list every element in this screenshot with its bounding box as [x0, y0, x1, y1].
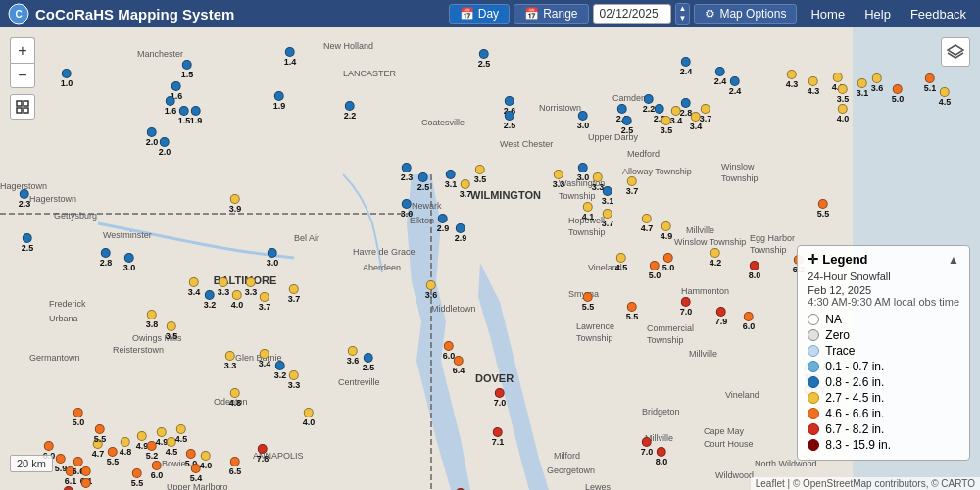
svg-text:Bridgeton: Bridgeton	[642, 407, 680, 416]
day-button[interactable]: 📅 Day	[449, 4, 510, 24]
zoom-out-button[interactable]: −	[10, 63, 35, 88]
help-link[interactable]: Help	[855, 5, 901, 24]
home-link[interactable]: Home	[801, 5, 855, 24]
svg-text:Upper Darby: Upper Darby	[588, 132, 639, 142]
svg-text:C: C	[15, 9, 22, 20]
svg-text:Bowie: Bowie	[162, 459, 186, 468]
svg-text:Frederick: Frederick	[49, 299, 86, 309]
svg-text:Millville: Millville	[686, 225, 714, 235]
svg-text:Lewes: Lewes	[585, 482, 612, 490]
legend-header: ✛ Legend ▲	[808, 252, 959, 267]
svg-text:Havre de Grace: Havre de Grace	[353, 247, 416, 257]
svg-text:Alloway Township: Alloway Township	[622, 167, 692, 176]
app-header: C CoCoRaHS Mapping System 📅 Day 📅 Range …	[0, 0, 980, 27]
svg-text:Hopewell: Hopewell	[568, 216, 605, 225]
svg-text:Coatesville: Coatesville	[421, 118, 465, 127]
svg-text:Township: Township	[568, 227, 606, 237]
svg-text:Centreville: Centreville	[338, 377, 380, 387]
svg-rect-74	[17, 108, 22, 113]
svg-text:Hagerstown: Hagerstown	[29, 194, 76, 204]
svg-text:Commercial: Commercial	[647, 323, 694, 333]
svg-rect-73	[24, 101, 28, 106]
range-button[interactable]: 📅 Range	[514, 4, 588, 24]
legend-item: 8.3 - 15.9 in.	[808, 438, 959, 452]
legend-item: 0.1 - 0.7 in.	[808, 360, 959, 373]
layers-button[interactable]	[941, 37, 970, 67]
zoom-to-extent-button[interactable]	[10, 94, 35, 120]
svg-text:Owings Mills: Owings Mills	[132, 333, 182, 343]
svg-text:Egg Harbor: Egg Harbor	[750, 233, 795, 243]
svg-text:Elkton: Elkton	[410, 216, 434, 225]
svg-text:DOVER: DOVER	[475, 372, 514, 384]
map-container[interactable]: BALTIMORE WILMINGTON ATLAN- TIC CITY DOV…	[0, 27, 980, 490]
svg-text:Township: Township	[559, 191, 596, 201]
spinner-down-icon[interactable]: ▼	[676, 14, 690, 24]
zoom-controls: + −	[10, 37, 35, 88]
svg-text:LANCASTER: LANCASTER	[343, 69, 397, 78]
svg-text:Township: Township	[750, 245, 787, 255]
legend-item: Trace	[808, 344, 959, 358]
legend-item: NA	[808, 313, 959, 326]
svg-text:Hagerstown: Hagerstown	[0, 181, 47, 191]
legend-item: 2.7 - 4.5 in.	[808, 391, 959, 405]
legend-item: 6.7 - 8.2 in.	[808, 422, 959, 436]
svg-text:Urbana: Urbana	[49, 314, 78, 323]
svg-rect-75	[24, 108, 28, 113]
svg-text:Smyrna: Smyrna	[568, 289, 599, 299]
feedback-link[interactable]: Feedback	[901, 5, 976, 24]
svg-rect-72	[17, 101, 22, 106]
app-title: CoCoRaHS Mapping System	[35, 6, 234, 23]
svg-text:Lawrence: Lawrence	[576, 321, 614, 331]
svg-text:Odenton: Odenton	[214, 397, 248, 407]
legend-item: Zero	[808, 328, 959, 342]
svg-text:Bel Air: Bel Air	[294, 233, 319, 243]
svg-text:West Chester: West Chester	[500, 139, 553, 149]
svg-text:Manchester: Manchester	[137, 49, 183, 59]
attribution: Leaflet | © OpenStreetMap contributors, …	[751, 477, 980, 490]
legend-item: 0.8 - 2.6 in.	[808, 375, 959, 389]
svg-text:Millville: Millville	[689, 349, 717, 359]
svg-text:Township: Township	[647, 335, 684, 345]
svg-text:BALTIMORE: BALTIMORE	[214, 274, 277, 286]
scale-bar: 20 km	[10, 455, 53, 472]
calendar-icon: 📅	[460, 7, 474, 21]
svg-text:Winslow: Winslow	[721, 162, 755, 172]
legend-time: 4:30 AM-9:30 AM local obs time	[808, 296, 959, 308]
svg-text:Aberdeen: Aberdeen	[363, 263, 401, 272]
gear-icon: ⚙	[705, 7, 715, 21]
svg-text:Winslow Township: Winslow Township	[674, 237, 746, 247]
date-input[interactable]	[593, 4, 671, 24]
legend-items: NAZeroTrace0.1 - 0.7 in.0.8 - 2.6 in.2.7…	[808, 313, 959, 452]
svg-text:Reisterstown: Reisterstown	[113, 345, 164, 355]
map-options-button[interactable]: ⚙ Map Options	[694, 4, 797, 24]
header-controls: 📅 Day 📅 Range ▲ ▼ ⚙ Map Options Home Hel…	[449, 3, 980, 24]
svg-text:Wildwood: Wildwood	[715, 470, 754, 480]
svg-text:Upper Marlboro: Upper Marlboro	[167, 482, 228, 490]
svg-text:Milford: Milford	[554, 451, 580, 461]
legend-title: ✛ Legend	[808, 252, 867, 267]
move-icon: ✛	[808, 252, 818, 267]
svg-text:Gettysburg: Gettysburg	[54, 211, 97, 220]
svg-text:Township: Township	[576, 333, 613, 343]
svg-text:Court House: Court House	[704, 439, 754, 449]
legend-collapse-button[interactable]: ▲	[948, 253, 959, 267]
spinner-up-icon[interactable]: ▲	[676, 4, 690, 14]
svg-text:Glen Burnie: Glen Burnie	[235, 353, 282, 363]
range-icon: 📅	[524, 7, 539, 21]
svg-text:ANNAPOLIS: ANNAPOLIS	[253, 451, 304, 461]
svg-text:Germantown: Germantown	[29, 353, 80, 363]
svg-text:Vineland: Vineland	[588, 263, 622, 272]
svg-text:New Holland: New Holland	[323, 41, 373, 51]
zoom-in-button[interactable]: +	[10, 37, 35, 63]
svg-text:Medford: Medford	[627, 149, 660, 159]
date-spinner[interactable]: ▲ ▼	[675, 3, 691, 24]
svg-text:Washington: Washington	[559, 178, 605, 188]
logo-icon: C	[8, 3, 29, 24]
svg-text:Georgetown: Georgetown	[547, 466, 595, 475]
svg-text:Camden: Camden	[612, 93, 646, 103]
svg-text:Hammonton: Hammonton	[681, 286, 729, 296]
svg-text:Vineland: Vineland	[725, 390, 760, 400]
nav-links: Home Help Feedback	[801, 5, 976, 24]
svg-text:Westminster: Westminster	[103, 230, 152, 240]
legend-panel: ✛ Legend ▲ 24-Hour Snowfall Feb 12, 2025…	[797, 245, 970, 461]
